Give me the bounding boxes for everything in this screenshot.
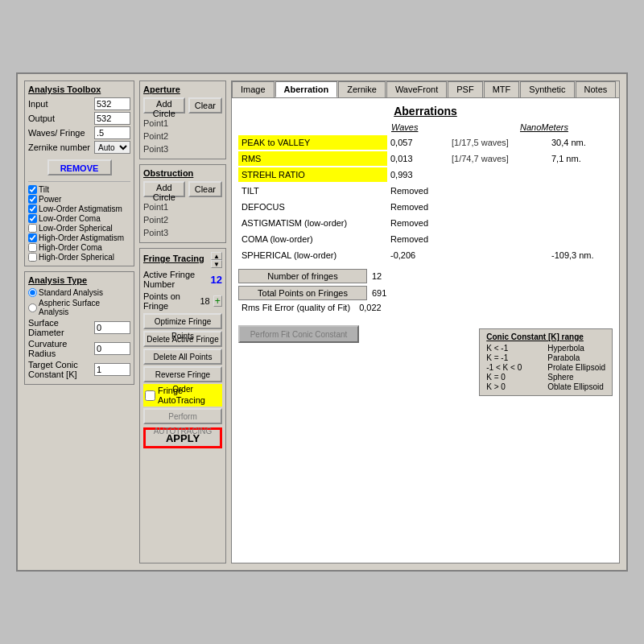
tab-aberration[interactable]: Aberration — [275, 81, 338, 97]
obstruction-points-list: Point1Point2Point3 — [143, 200, 222, 239]
aperture-add-circle-button[interactable]: Add Circle — [143, 97, 185, 114]
checkbox-power[interactable] — [28, 195, 37, 204]
aberration-value: Removed — [387, 202, 452, 212]
checkbox-high-order-coma[interactable] — [28, 243, 37, 252]
tab-zernike[interactable]: Zernike — [338, 81, 386, 97]
rms-fit-label: Rms Fit Error (quality of Fit) — [242, 303, 350, 312]
waves-label: Waves/ Fringe — [28, 128, 93, 138]
conic-description: Oblate Ellipsoid — [547, 382, 603, 391]
tab-wavefront[interactable]: WaveFront — [386, 81, 447, 97]
total-points-label: Total Points on Fringes — [238, 286, 367, 300]
fringe-action-button[interactable]: Delete All Points — [143, 349, 222, 365]
tab-psf[interactable]: PSF — [448, 81, 482, 97]
checkbox-tilt[interactable] — [28, 185, 37, 194]
aperture-points-list: Point1Point2Point3 — [143, 117, 222, 155]
input-label: Input — [28, 99, 93, 109]
points-on-fringe-value: 18 — [200, 296, 209, 306]
fringe-action-button[interactable]: Optimize Fringe Points — [143, 313, 222, 329]
active-fringe-number: 12 — [211, 274, 222, 286]
fringe-tracing-title: Fringe Tracing — [143, 254, 204, 263]
curvature-radius-row: Curvature Radius — [28, 339, 130, 358]
conic-description: Hyperbola — [547, 344, 584, 353]
target-conic-field[interactable] — [94, 363, 130, 376]
conic-row: K = -1Parabola — [486, 353, 605, 362]
radio-row: Standard Analysis — [28, 288, 130, 297]
checkbox-low-order-spherical[interactable] — [28, 224, 37, 233]
conic-range: -1 < K < 0 — [486, 363, 543, 372]
obstruction-point: Point2 — [143, 213, 222, 226]
checkbox-label: High-Order Spherical — [39, 253, 114, 262]
radio-aspheric--surface-analysis[interactable] — [28, 303, 37, 312]
conic-range: K = -1 — [486, 353, 543, 362]
aberration-nm: -109,3 nm. — [548, 250, 613, 260]
rms-fit-row: Rms Fit Error (quality of Fit) 0,022 — [242, 303, 613, 312]
middle-panel: Aperture Add Circle Clear Point1Point2Po… — [139, 80, 226, 564]
radio-standard--analysis[interactable] — [28, 288, 37, 297]
tab-content: Aberrations Waves NanoMeters PEAK to VAL… — [232, 98, 619, 563]
aberration-value: 0,057 — [387, 138, 452, 147]
curvature-radius-field[interactable] — [94, 342, 130, 355]
checkbox-low-order-astigmatism[interactable] — [28, 204, 37, 213]
obstruction-add-circle-button[interactable]: Add Circle — [143, 181, 185, 197]
apply-button[interactable]: APPLY — [143, 427, 222, 448]
surface-diameter-field[interactable] — [94, 321, 130, 334]
obstruction-clear-button[interactable]: Clear — [188, 181, 222, 197]
fringe-autotracing-label: Fringe AutoTracing — [158, 386, 221, 405]
rms-fit-value: 0,022 — [359, 303, 382, 312]
input-field[interactable] — [94, 97, 130, 110]
fringe-up-arrow[interactable]: ▲ — [211, 252, 222, 260]
aperture-point: Point1 — [143, 117, 222, 130]
conic-row: K > 0Oblate Ellipsoid — [486, 382, 605, 391]
checkbox-label: Low-Order Coma — [39, 214, 101, 223]
conic-rows: K < -1HyperbolaK = -1Parabola-1 < K < 0P… — [486, 344, 605, 391]
waves-field[interactable] — [94, 126, 130, 139]
aberration-row: ASTIGMATISM (low-order)Removed — [238, 216, 613, 230]
conic-description: Sphere — [547, 373, 573, 382]
tab-synthetic[interactable]: Synthetic — [520, 81, 574, 97]
checkbox-high-order-spherical[interactable] — [28, 253, 37, 262]
input-row: Input — [28, 97, 130, 110]
obstruction-section: Obstruction Add Circle Clear Point1Point… — [139, 164, 226, 243]
fringe-autotracing-checkbox[interactable] — [145, 390, 155, 401]
conic-range: K > 0 — [486, 382, 543, 391]
perform-autotracing-button[interactable]: Perform AUTOTRACING — [143, 408, 222, 424]
conic-box: Conic Constant [K] range K < -1Hyperbola… — [479, 328, 613, 396]
checkbox-row: Tilt — [28, 185, 130, 194]
zernike-select[interactable]: Auto — [94, 141, 130, 154]
perform-fit-button[interactable]: Perform Fit Conic Constant — [238, 325, 359, 343]
col-name-header — [238, 122, 391, 132]
zernike-label: Zernike number — [28, 142, 93, 152]
points-plus-button[interactable]: + — [213, 295, 222, 307]
aberration-label: STREHL RATIO — [238, 167, 387, 182]
aperture-clear-button[interactable]: Clear — [188, 97, 222, 114]
checkbox-label: High-Order Coma — [39, 243, 102, 252]
total-points-value: 691 — [372, 288, 386, 298]
active-fringe-row: Active Fringe Number 12 — [143, 270, 222, 289]
obstruction-title: Obstruction — [143, 168, 222, 178]
tab-notes[interactable]: Notes — [576, 81, 617, 97]
fringe-down-arrow[interactable]: ▼ — [211, 260, 222, 268]
checkbox-high-order-astigmatism[interactable] — [28, 233, 37, 242]
curvature-radius-label: Curvature Radius — [28, 339, 93, 358]
fringe-action-button[interactable]: Delete Active Fringe — [143, 331, 222, 347]
analysis-type-title: Analysis Type — [28, 275, 130, 285]
checkbox-row: High-Order Spherical — [28, 253, 130, 262]
col-waves-header: Waves — [391, 122, 520, 132]
aberration-row: STREHL RATIO0,993 — [238, 167, 613, 182]
aberration-value: Removed — [387, 186, 452, 196]
aberration-label: SPHERICAL (low-order) — [238, 248, 387, 262]
aberrations-rows: PEAK to VALLEY0,057[1/17,5 waves]30,4 nm… — [238, 135, 613, 262]
checkbox-low-order-coma[interactable] — [28, 214, 37, 223]
tab-image[interactable]: Image — [232, 81, 275, 97]
conic-row: -1 < K < 0Prolate Ellipsoid — [486, 363, 605, 372]
remove-button[interactable]: REMOVE — [47, 159, 112, 175]
fringe-action-button[interactable]: Reverse Fringe Order — [143, 366, 222, 382]
checkbox-container: TiltPowerLow-Order AstigmatismLow-Order … — [28, 185, 130, 262]
waves-row: Waves/ Fringe — [28, 126, 130, 139]
tab-mtf[interactable]: MTF — [484, 81, 520, 97]
output-field[interactable] — [94, 112, 130, 125]
conic-row: K = 0Sphere — [486, 373, 605, 382]
surface-diameter-row: Surface Diameter — [28, 318, 130, 337]
checkbox-row: Low-Order Coma — [28, 214, 130, 223]
aberration-bracket: [1/74,7 waves] — [452, 154, 548, 163]
